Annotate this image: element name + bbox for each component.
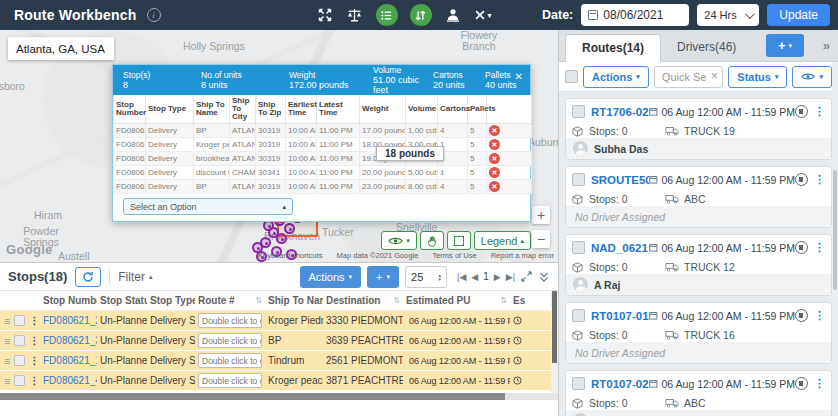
remove-stop-icon[interactable]: ✕ [489, 139, 500, 150]
next-page-icon[interactable]: ▶ [494, 272, 501, 282]
duration-select[interactable]: 24 Hrs [697, 4, 759, 26]
scrollbar-thumb[interactable] [552, 291, 557, 363]
page-size-select[interactable]: 25 ▴▾ [405, 266, 447, 288]
route-checkbox[interactable] [572, 377, 585, 390]
route-checkbox[interactable] [572, 309, 585, 322]
first-page-icon[interactable]: |◀ [457, 272, 466, 282]
tab-routes[interactable]: Routes(14) [565, 34, 661, 62]
popup-column-header[interactable]: Ship To City [230, 95, 256, 124]
expand-table-icon[interactable] [521, 271, 532, 282]
remove-stop-icon[interactable]: ✕ [489, 181, 500, 192]
scrollbar-thumb[interactable] [0, 393, 505, 400]
stops-table-row[interactable]: ≡ ⋮ FD080621_1 Un-Planned Delivery Stop … [0, 351, 558, 371]
route-menu-icon[interactable]: ⋮ [814, 377, 825, 390]
close-icon[interactable]: ✕ [515, 71, 523, 82]
collapse-table-icon[interactable] [538, 271, 550, 282]
route-id-link[interactable]: NAD_0621_01 [591, 242, 649, 254]
route-id-link[interactable]: SROUTE50 [591, 174, 649, 186]
row-checkbox[interactable] [14, 375, 25, 386]
terms-of-use-link[interactable]: Terms of Use [432, 251, 476, 260]
route-menu-icon[interactable]: ⋮ [814, 241, 825, 254]
route-number-input[interactable]: Double click to enter [198, 333, 262, 348]
circled-vehicle-icon[interactable] [795, 173, 808, 186]
add-route-button[interactable]: + ▾ [766, 34, 804, 57]
report-map-error-link[interactable]: Report a map error [491, 251, 554, 260]
route-checkbox[interactable] [572, 241, 585, 254]
map-search-input[interactable] [8, 37, 114, 60]
column-header-stop-type[interactable]: Stop Type⇅ [147, 295, 195, 306]
popup-column-header[interactable]: Earliest Time [286, 95, 317, 124]
clear-search-icon[interactable]: ✕ [711, 71, 719, 81]
stops-list-icon[interactable] [376, 4, 398, 26]
route-checkbox[interactable] [572, 173, 585, 186]
popup-column-header[interactable]: Volume [406, 95, 438, 124]
last-page-icon[interactable]: ▶| [506, 272, 515, 282]
add-stop-button[interactable]: + ▾ [367, 266, 399, 288]
stops-table-row[interactable]: ≡ ⋮ FD080621_3 Un-Planned Delivery Stop … [0, 331, 558, 351]
stop-marker[interactable] [276, 233, 287, 244]
stops-actions-button[interactable]: Actions ▾ [300, 266, 362, 288]
update-button[interactable]: Update [767, 4, 830, 26]
popup-column-header[interactable]: Cartons [438, 95, 468, 124]
select-all-checkbox[interactable] [565, 70, 578, 83]
swap-arrows-icon[interactable] [410, 4, 432, 26]
route-id-link[interactable]: RT0107-02 [591, 378, 649, 390]
circled-vehicle-icon[interactable] [795, 241, 808, 254]
route-checkbox[interactable] [572, 105, 585, 118]
drag-handle-icon[interactable]: ≡ [4, 375, 10, 387]
popup-column-header[interactable]: Weight [360, 95, 406, 124]
column-header-ship-to-name[interactable]: Ship To Name⇅ [265, 295, 323, 306]
horizontal-scrollbar[interactable] [0, 393, 558, 400]
route-id-link[interactable]: RT1706-02 [591, 106, 649, 118]
column-header-stop-status[interactable]: Stop Status⇅ [97, 295, 147, 306]
remove-stop-icon[interactable]: ✕ [489, 167, 500, 178]
refresh-button[interactable] [75, 267, 101, 287]
zoom-in-button[interactable]: + [532, 206, 550, 224]
route-menu-icon[interactable]: ⋮ [814, 173, 825, 186]
column-header-next[interactable]: Es [510, 295, 554, 306]
drag-handle-icon[interactable]: ≡ [4, 355, 10, 367]
popup-table-row[interactable]: FD080621_6 Delivery discount tyre CHAMBL… [114, 166, 532, 180]
stops-filter-button[interactable]: Filter ▴ [118, 270, 152, 284]
routes-actions-button[interactable]: Actions ▾ [583, 66, 649, 88]
row-menu-icon[interactable]: ⋮ [29, 315, 39, 326]
popup-column-header[interactable]: Stop Type [146, 95, 194, 124]
stop-number-link[interactable]: FD080621_1 [43, 355, 97, 366]
drag-handle-icon[interactable]: ≡ [4, 315, 10, 327]
stop-number-link[interactable]: FD080621_3 [43, 335, 97, 346]
driver-icon[interactable] [444, 6, 462, 24]
keyboard-shortcuts-link[interactable]: Keyboard shortcuts [258, 251, 323, 260]
routes-scrollbar[interactable] [832, 62, 838, 416]
map-visibility-button[interactable]: ▾ [381, 231, 417, 250]
row-checkbox[interactable] [14, 335, 25, 346]
popup-table-row[interactable]: FD080621_3 Delivery BP ATLANTA 30319 10:… [114, 124, 532, 138]
row-menu-icon[interactable]: ⋮ [29, 335, 39, 346]
circled-vehicle-icon[interactable] [795, 309, 808, 322]
row-menu-icon[interactable]: ⋮ [29, 355, 39, 366]
circled-vehicle-icon[interactable] [795, 105, 808, 118]
route-id-link[interactable]: RT0107-01 [591, 310, 649, 322]
column-header-stop-number[interactable]: Stop Number⇅ [40, 295, 97, 306]
tab-drivers[interactable]: Drivers(46) [661, 34, 752, 61]
route-menu-icon[interactable]: ⋮ [814, 309, 825, 322]
popup-column-header[interactable]: Pallets [468, 95, 487, 124]
popup-column-header[interactable]: Ship To Zip [256, 95, 286, 124]
route-menu-icon[interactable]: ⋮ [814, 105, 825, 118]
collapse-panel-icon[interactable]: » [823, 38, 830, 53]
popup-column-header[interactable]: Ship To Name [194, 95, 230, 124]
tools-icon[interactable]: ▾ [474, 6, 492, 24]
remove-stop-icon[interactable]: ✕ [489, 153, 500, 164]
popup-table-row[interactable]: FD080621_5 Delivery brookheaven ATLANTA … [114, 152, 532, 166]
column-header-estimated-pu[interactable]: Estimated PU⇅ [403, 295, 510, 306]
balance-scale-icon[interactable] [346, 6, 364, 24]
popup-column-header[interactable]: Stop Number [114, 95, 146, 124]
scrollbar-thumb[interactable] [833, 170, 837, 290]
route-number-input[interactable]: Double click to enter [198, 313, 262, 328]
row-menu-icon[interactable]: ⋮ [29, 375, 39, 386]
info-icon[interactable]: i [147, 8, 161, 22]
row-checkbox[interactable] [14, 315, 25, 326]
drag-handle-icon[interactable]: ≡ [4, 335, 10, 347]
visibility-filter-button[interactable]: ▾ [792, 66, 832, 88]
circled-vehicle-icon[interactable] [795, 377, 808, 390]
map-pan-button[interactable] [420, 231, 444, 250]
